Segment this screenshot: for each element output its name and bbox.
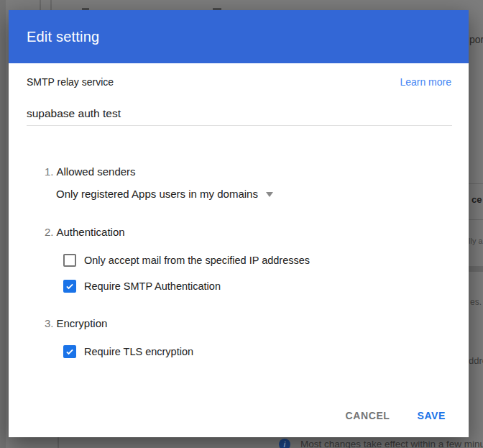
- backdrop-table-border: [469, 183, 483, 184]
- checkbox-label: Require TLS encryption: [84, 346, 193, 357]
- backdrop-header-fragment: ce: [472, 194, 482, 205]
- learn-more-link[interactable]: Learn more: [400, 76, 451, 88]
- checkbox-row-tls[interactable]: Require TLS encryption: [63, 345, 469, 358]
- backdrop-divider-band: [469, 266, 483, 272]
- section-title-text: Encryption: [57, 317, 108, 329]
- save-button[interactable]: SAVE: [412, 404, 452, 427]
- dialog-actions: CANCEL SAVE: [340, 404, 451, 427]
- backdrop-note-text: Most changes take effect within a few mi…: [300, 439, 483, 448]
- checkbox-label: Require SMTP Authentication: [84, 280, 221, 292]
- section-title: 1.Allowed senders: [45, 165, 469, 178]
- setting-name-row: SMTP relay service Learn more: [9, 63, 469, 88]
- section-number: 3.: [45, 317, 54, 329]
- section-number: 1.: [45, 165, 54, 178]
- backdrop-row-fragment: ddre: [469, 355, 483, 366]
- checkbox[interactable]: [63, 254, 76, 267]
- allowed-senders-dropdown[interactable]: Only registered Apps users in my domains: [56, 188, 273, 200]
- backdrop-table-line: [40, 0, 41, 10]
- checkbox-row-ip-addresses[interactable]: Only accept mail from the specified IP a…: [63, 254, 469, 267]
- section-encryption: 3.Encryption Require TLS encryption: [45, 317, 469, 358]
- section-number: 2.: [45, 226, 54, 238]
- checkbox[interactable]: [63, 280, 76, 293]
- section-title-text: Authentication: [57, 226, 125, 238]
- setting-type-label: SMTP relay service: [27, 76, 114, 88]
- backdrop-row-fragment: es.: [470, 297, 482, 307]
- chevron-down-icon: [266, 192, 273, 197]
- backdrop-left-band: [0, 0, 6, 448]
- cancel-button[interactable]: CANCEL: [340, 404, 396, 427]
- edit-setting-dialog: Edit setting SMTP relay service Learn mo…: [9, 10, 469, 437]
- backdrop-table-line: [50, 0, 52, 10]
- checkbox-row-smtp-auth[interactable]: Require SMTP Authentication: [63, 280, 469, 293]
- backdrop-table-border: [469, 219, 483, 220]
- section-allowed-senders: 1.Allowed senders Only registered Apps u…: [45, 165, 469, 201]
- section-title: 2.Authentication: [45, 226, 469, 238]
- backdrop-row-fragment: lly a: [469, 237, 483, 245]
- setting-name-input[interactable]: [27, 107, 452, 126]
- check-icon: [65, 281, 75, 291]
- backdrop-support-fragment: port: [469, 34, 483, 45]
- backdrop-table-line: [58, 437, 59, 448]
- section-title: 3.Encryption: [45, 317, 469, 329]
- dialog-title: Edit setting: [27, 29, 99, 45]
- checkbox[interactable]: [63, 345, 76, 358]
- dialog-body: SMTP relay service Learn more 1.Allowed …: [9, 63, 469, 437]
- section-title-text: Allowed senders: [57, 165, 136, 178]
- info-icon: i: [279, 439, 290, 448]
- section-authentication: 2.Authentication Only accept mail from t…: [45, 226, 469, 293]
- checkbox-label: Only accept mail from the specified IP a…: [84, 255, 310, 266]
- dropdown-selected-value: Only registered Apps users in my domains: [56, 188, 258, 200]
- check-icon: [65, 347, 75, 357]
- dialog-header: Edit setting: [9, 10, 469, 63]
